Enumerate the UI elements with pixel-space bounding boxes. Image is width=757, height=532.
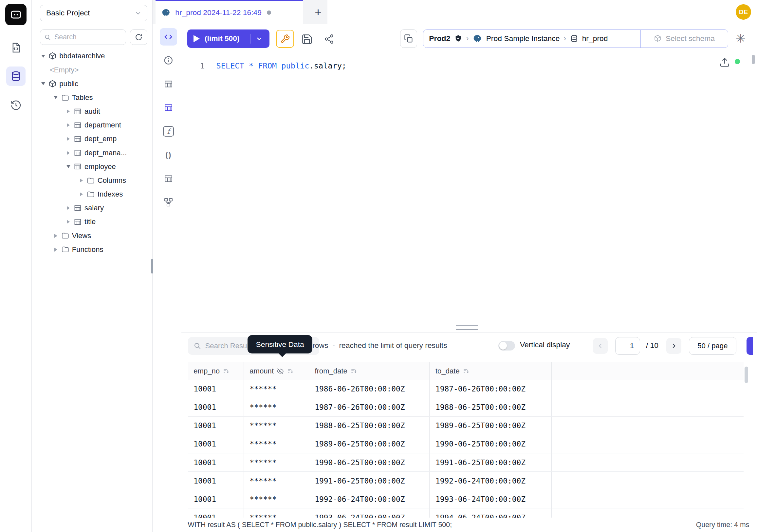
cell-emp-no[interactable]: 10001 — [188, 508, 244, 517]
cell-to-date[interactable]: 1991-06-25T00:00:00Z — [430, 454, 552, 471]
history-nav-icon[interactable] — [6, 96, 25, 115]
cell-from-date[interactable]: 1989-06-25T00:00:00Z — [309, 435, 430, 453]
cell-emp-no[interactable]: 10001 — [188, 435, 244, 453]
worksheet-panel-icon[interactable] — [160, 28, 177, 46]
ai-assistant-button[interactable]: ✳ — [733, 31, 748, 46]
new-tab-button[interactable]: + — [310, 4, 326, 20]
tree-item-dept-manager[interactable]: dept_mana... — [32, 146, 152, 160]
refresh-button[interactable] — [130, 29, 147, 45]
caret-right-icon[interactable] — [54, 234, 57, 238]
tree-item-public[interactable]: public — [32, 77, 152, 91]
caret-right-icon[interactable] — [67, 220, 70, 224]
cell-from-date[interactable]: 1993-06-24T00:00:00Z — [309, 508, 430, 517]
caret-right-icon[interactable] — [80, 192, 83, 196]
tree-item-columns[interactable]: Columns — [32, 173, 152, 187]
cell-amount-masked[interactable]: ****** — [244, 435, 309, 453]
caret-right-icon[interactable] — [67, 151, 70, 155]
cell-emp-no[interactable]: 10001 — [188, 454, 244, 471]
cell-amount-masked[interactable]: ****** — [244, 380, 309, 398]
caret-right-icon[interactable] — [67, 206, 70, 210]
vertical-display-toggle[interactable] — [498, 341, 515, 351]
cell-emp-no[interactable]: 10001 — [188, 490, 244, 508]
duplicate-connection-button[interactable] — [400, 29, 417, 48]
panel-splitter[interactable] — [456, 325, 478, 330]
tree-item-functions[interactable]: Functions — [32, 243, 152, 257]
column-header-emp-no[interactable]: emp_no — [188, 362, 244, 380]
share-button[interactable] — [323, 33, 335, 45]
cell-to-date[interactable]: 1992-06-24T00:00:00Z — [430, 472, 552, 490]
tree-item-title[interactable]: title — [32, 215, 152, 229]
caret-down-icon[interactable] — [67, 165, 71, 168]
bytebase-logo[interactable] — [5, 4, 26, 25]
cell-to-date[interactable]: 1989-06-25T00:00:00Z — [430, 417, 552, 435]
cell-amount-masked[interactable]: ****** — [244, 454, 309, 471]
cell-amount-masked[interactable]: ****** — [244, 490, 309, 508]
next-page-button[interactable] — [666, 338, 681, 354]
connection-breadcrumb[interactable]: Prod2 › Prod Sample Instance › hr_prod S… — [423, 29, 728, 48]
caret-right-icon[interactable] — [80, 178, 83, 182]
tree-item-salary[interactable]: salary — [32, 201, 152, 215]
cell-to-date[interactable]: 1988-06-25T00:00:00Z — [430, 398, 552, 416]
cell-from-date[interactable]: 1990-06-25T00:00:00Z — [309, 454, 430, 471]
caret-right-icon[interactable] — [67, 110, 70, 113]
info-icon[interactable] — [160, 52, 177, 69]
sort-icon[interactable] — [287, 367, 294, 375]
sort-icon[interactable] — [463, 367, 470, 375]
tree-item-tables[interactable]: Tables — [32, 91, 152, 105]
cell-amount-masked[interactable]: ****** — [244, 508, 309, 517]
caret-down-icon[interactable] — [54, 96, 58, 99]
save-button[interactable] — [300, 32, 314, 46]
select-schema-button[interactable]: Select schema — [640, 30, 728, 47]
prev-page-button[interactable] — [593, 338, 608, 354]
cell-to-date[interactable]: 1990-06-25T00:00:00Z — [430, 435, 552, 453]
cell-emp-no[interactable]: 10001 — [188, 398, 244, 416]
caret-right-icon[interactable] — [67, 137, 70, 141]
cell-from-date[interactable]: 1992-06-24T00:00:00Z — [309, 490, 430, 508]
procedures-panel-icon[interactable]: () — [160, 146, 177, 164]
cell-from-date[interactable]: 1986-06-26T00:00:00Z — [309, 380, 430, 398]
external-tables-panel-icon[interactable] — [160, 170, 177, 187]
sort-icon[interactable] — [223, 367, 230, 375]
column-header-amount[interactable]: amount — [244, 362, 309, 380]
tree-item-department[interactable]: department — [32, 118, 152, 132]
tree-item-dept-emp[interactable]: dept_emp — [32, 132, 152, 146]
run-query-button[interactable]: (limit 500) — [187, 29, 269, 48]
caret-right-icon[interactable] — [67, 123, 70, 127]
caret-down-icon[interactable] — [41, 55, 45, 58]
cell-from-date[interactable]: 1988-06-25T00:00:00Z — [309, 417, 430, 435]
column-header-from-date[interactable]: from_date — [309, 362, 430, 380]
sql-code-line[interactable]: SELECT * FROM public.salary; — [216, 61, 347, 71]
caret-right-icon[interactable] — [54, 248, 57, 252]
sort-icon[interactable] — [350, 367, 357, 375]
format-sql-button[interactable] — [276, 30, 294, 48]
worksheet-tab[interactable]: hr_prod 2024-11-22 16:49 — [156, 0, 303, 24]
page-number-input[interactable] — [615, 337, 640, 355]
tables-panel-icon[interactable] — [160, 75, 177, 93]
cell-to-date[interactable]: 1994-06-24T00:00:00Z — [430, 508, 552, 517]
sensitive-tables-panel-icon[interactable] — [160, 99, 177, 116]
eye-off-icon[interactable] — [277, 367, 284, 375]
column-header-to-date[interactable]: to_date — [430, 362, 552, 380]
tree-item-indexes[interactable]: Indexes — [32, 187, 152, 201]
cell-amount-masked[interactable]: ****** — [244, 398, 309, 416]
cell-from-date[interactable]: 1987-06-26T00:00:00Z — [309, 398, 430, 416]
database-nav-icon[interactable] — [6, 67, 25, 86]
schema-diagram-panel-icon[interactable] — [160, 194, 177, 211]
caret-down-icon[interactable] — [41, 82, 45, 85]
upload-sheet-button[interactable] — [718, 56, 731, 69]
export-button-partial[interactable] — [746, 337, 753, 355]
cell-amount-masked[interactable]: ****** — [244, 472, 309, 490]
cell-emp-no[interactable]: 10001 — [188, 380, 244, 398]
tree-item-views[interactable]: Views — [32, 229, 152, 242]
cell-to-date[interactable]: 1987-06-26T00:00:00Z — [430, 380, 552, 398]
tree-item-audit[interactable]: audit — [32, 105, 152, 118]
search-input[interactable] — [54, 33, 122, 41]
page-size-select[interactable]: 50 / page — [689, 337, 736, 355]
sql-editor-nav-icon[interactable] — [6, 38, 25, 57]
cell-emp-no[interactable]: 10001 — [188, 417, 244, 435]
tree-item-bbdataarchive[interactable]: bbdataarchive — [32, 49, 152, 63]
sidebar-resize-handle[interactable] — [151, 259, 153, 273]
sql-editor[interactable]: 1 SELECT * FROM public.salary; — [181, 53, 757, 325]
avatar[interactable]: DE — [736, 4, 751, 20]
cell-to-date[interactable]: 1993-06-24T00:00:00Z — [430, 490, 552, 508]
